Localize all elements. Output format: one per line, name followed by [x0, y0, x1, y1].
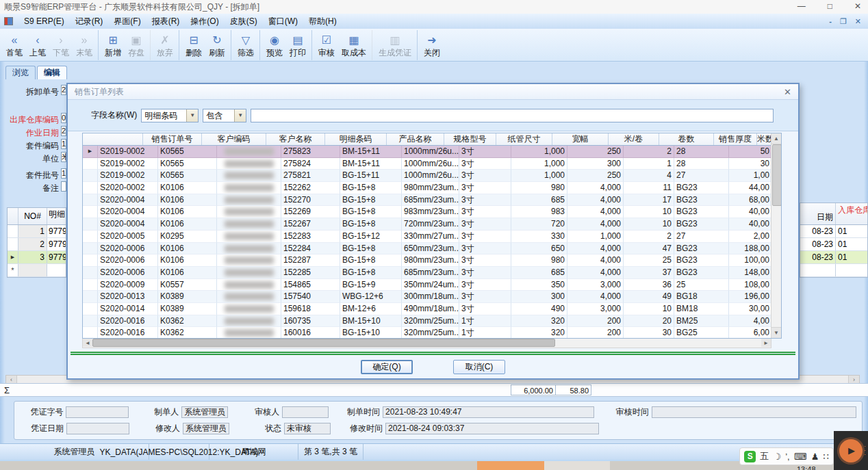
field-name-select[interactable]: 明细条码 ▼ [141, 109, 199, 122]
horizontal-scroll-thumb[interactable] [92, 339, 555, 347]
detail-grid-row[interactable] [8, 264, 66, 277]
modify-time-input[interactable]: 2021-08-24 09:03:37 [385, 423, 599, 434]
taskbar-item[interactable] [544, 461, 610, 470]
auditor-input[interactable] [282, 406, 328, 418]
toolbar-button[interactable]: ☑ 审核 [311, 30, 338, 60]
toolbar-button[interactable]: ▣ 存盘 [125, 30, 148, 60]
menu-item[interactable]: 记录(R) [70, 14, 109, 29]
scroll-right-icon[interactable]: › [848, 376, 859, 383]
window-close-button[interactable]: ✕ [854, 0, 861, 12]
sales-order-row[interactable]: S2020-0016 K0362 160735 BM-15+10 320mm/2… [83, 315, 781, 328]
grid-column-header[interactable]: 客户名称 [266, 133, 325, 145]
grid-horizontal-scrollbar[interactable]: ◄ ► [82, 339, 771, 348]
sales-order-row[interactable]: S2020-0005 K0295 152283 BG-15+12 330mm/2… [83, 231, 781, 243]
toolbar-button[interactable]: ‹ 上笔 [26, 30, 49, 60]
sales-order-row[interactable]: S2019-0002 K0565 275824 BM-15+11 1000mm/… [83, 158, 781, 170]
toolbar-button[interactable]: ➜ 关闭 [417, 30, 444, 60]
toolbar-button[interactable]: ⊞ 新增 [98, 30, 125, 60]
window-minimize-button[interactable]: — [797, 0, 806, 12]
mdi-restore-button[interactable]: ❐ [840, 17, 847, 26]
sales-order-row[interactable]: S2020-0004 K0106 152267 BG-15+8 720mm/23… [83, 218, 781, 231]
sales-order-row[interactable]: S2020-0014 K0389 159618 BM-12+6 490mm/18… [83, 303, 781, 315]
toolbar-button[interactable]: ↻ 刷新 [205, 30, 229, 60]
corner-app-tile[interactable]: ··· [834, 431, 868, 470]
detail-grid-row[interactable]: 3 97792 [8, 251, 66, 264]
menu-item[interactable]: 界面(F) [108, 14, 146, 29]
sales-order-row[interactable]: S2020-0016 K0362 160016 BG-15+10 320mm/2… [83, 327, 781, 339]
sales-order-row[interactable]: S2020-0004 K0106 152270 BG-15+8 685mm/23… [83, 194, 781, 207]
menu-item[interactable]: 帮助(H) [303, 14, 342, 29]
grid-column-header[interactable]: 销售订单号 [143, 133, 202, 145]
tab[interactable]: 编辑 [37, 66, 67, 79]
toolbar-button[interactable]: ▽ 筛选 [231, 30, 257, 60]
soft-keyboard-icon[interactable]: ⌨ [794, 452, 807, 462]
menu-item[interactable]: 操作(O) [185, 14, 224, 29]
kit-code-input[interactable]: 1 [61, 139, 66, 149]
toolbar-button[interactable]: ✗ 放弃 [150, 30, 177, 60]
toolbar-button[interactable]: ◉ 预览 [259, 30, 286, 60]
sales-order-row[interactable]: S2020-0006 K0106 152284 BG-15+8 650mm/23… [83, 243, 781, 255]
dismantle-order-no-input[interactable]: 2 [61, 85, 66, 95]
dialog-title-bar[interactable]: 销售订单列表 ✕ [68, 84, 798, 100]
toolbox-icon[interactable]: ∷ [824, 452, 829, 462]
sales-order-row[interactable]: S2020-0006 K0106 152287 BG-15+8 980mm/23… [83, 254, 781, 267]
detail-grid-row[interactable]: 08-23 01 [800, 238, 867, 251]
toolbar-button[interactable]: › 下笔 [49, 30, 73, 60]
taskbar-active-item[interactable] [477, 461, 544, 470]
scroll-left-icon[interactable]: ‹ [6, 376, 17, 383]
chevron-down-icon[interactable]: ▼ [234, 109, 246, 122]
sogou-input-icon[interactable]: S [744, 451, 756, 462]
kit-batch-no-input[interactable]: 1 [61, 168, 66, 179]
grid-column-header[interactable]: 客户编码 [202, 133, 266, 145]
vertical-scroll-thumb[interactable] [772, 144, 782, 206]
grid-column-header[interactable] [83, 133, 143, 145]
toolbar-button[interactable]: ⊟ 删除 [179, 30, 205, 60]
user-mode-icon[interactable]: ♟ [811, 452, 819, 462]
grid-column-header[interactable]: 明细条码 [325, 133, 387, 145]
voucher-date-input[interactable] [66, 423, 129, 434]
work-date-input[interactable]: 2 [61, 126, 66, 136]
dialog-close-icon[interactable]: ✕ [784, 88, 791, 96]
toolbar-button[interactable]: ▥ 生成凭证 [372, 30, 415, 60]
maker-input[interactable]: 系统管理员 [181, 406, 227, 418]
toolbar-button[interactable]: « 首笔 [3, 30, 26, 60]
toolbar-button[interactable]: » 末笔 [73, 30, 96, 60]
window-maximize-button[interactable]: □ [828, 0, 832, 12]
detail-grid-row[interactable]: 08-23 01 [800, 251, 867, 264]
menu-item[interactable]: 报表(R) [146, 14, 186, 29]
audit-time-input[interactable] [652, 406, 856, 418]
cancel-button[interactable]: 取消(C) [453, 360, 505, 374]
menu-item[interactable]: 窗口(W) [263, 14, 303, 29]
make-time-input[interactable]: 2021-08-23 10:49:47 [383, 406, 594, 418]
unit-input[interactable]: 米 [61, 152, 66, 162]
out-warehouse-code-input[interactable]: 0 [61, 113, 66, 123]
grid-column-header[interactable]: 卷数 [659, 133, 714, 145]
toolbar-button[interactable]: ▤ 打印 [286, 30, 309, 60]
wubi-mode-icon[interactable]: 五 [760, 450, 769, 462]
menu-item[interactable]: S9 ERP(E) [18, 15, 70, 27]
voucher-no-input[interactable] [66, 406, 128, 418]
grid-column-header[interactable]: 纸管尺寸 [496, 133, 552, 145]
scroll-right-icon[interactable]: ► [761, 339, 771, 347]
sales-order-row[interactable]: S2020-0013 K0389 157540 WBG-12+6 300mm/1… [83, 291, 781, 303]
tab[interactable]: 浏览 [5, 66, 36, 79]
mdi-close-button[interactable]: ✕ [855, 17, 861, 26]
ok-button[interactable]: 确定(Q) [361, 360, 413, 374]
sales-order-row[interactable]: S2019-0002 K0565 275821 BG-15+11 1000mm/… [83, 170, 781, 182]
modifier-input[interactable]: 系统管理员 [183, 423, 229, 434]
grid-column-header[interactable]: 宽幅 [552, 133, 609, 145]
grid-column-header[interactable]: 规格型号 [444, 133, 496, 145]
moon-halfwidth-icon[interactable]: ☽ [773, 452, 781, 462]
mdi-minimize-button[interactable]: - [829, 17, 832, 26]
punctuation-icon[interactable]: ’, [785, 452, 790, 462]
scroll-left-icon[interactable]: ◄ [83, 339, 92, 347]
sales-order-row[interactable]: S2019-0002 K0565 275823 BM-15+11 1000mm/… [83, 146, 781, 158]
detail-grid-row[interactable]: 2 97792 [8, 238, 66, 251]
operator-select[interactable]: 包含 ▼ [203, 109, 246, 122]
grid-column-header[interactable]: 销售厚度 [714, 133, 757, 145]
scroll-down-icon[interactable]: ▼ [771, 327, 781, 338]
detail-grid-row[interactable]: 08-23 01 [800, 225, 867, 238]
chevron-down-icon[interactable]: ▼ [186, 109, 198, 122]
sales-order-row[interactable]: S2020-0002 K0106 152262 BG-15+8 980mm/23… [83, 182, 781, 194]
scroll-up-icon[interactable]: ▲ [771, 133, 781, 144]
